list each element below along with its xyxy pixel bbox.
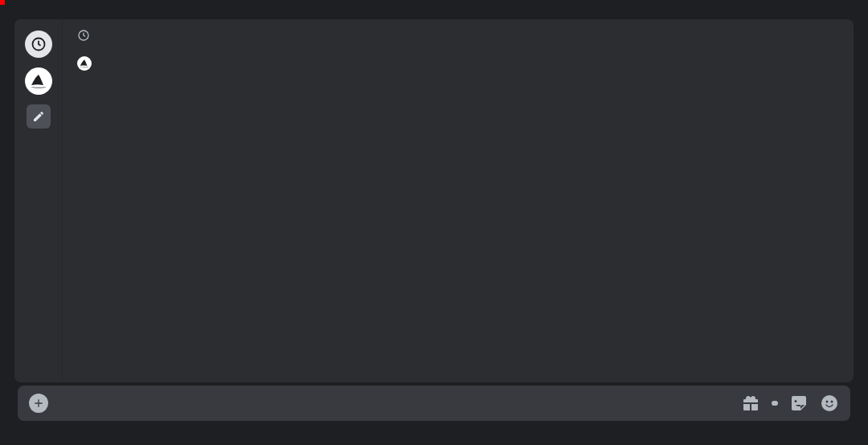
svg-point-2 — [821, 395, 837, 411]
clock-icon — [77, 29, 90, 42]
svg-point-4 — [831, 401, 833, 403]
pencil-icon — [32, 110, 45, 123]
midjourney-icon — [79, 58, 90, 69]
message-input-bar — [18, 386, 850, 421]
input-actions — [741, 394, 839, 413]
clock-icon — [31, 36, 47, 52]
emoji-icon[interactable] — [820, 394, 839, 413]
section-bot-header — [63, 48, 854, 77]
gift-icon[interactable] — [741, 394, 760, 413]
rail-midjourney-button[interactable] — [25, 67, 52, 95]
command-list — [63, 19, 854, 382]
rail-frequent-button[interactable] — [25, 31, 52, 58]
midjourney-mini-avatar — [77, 56, 92, 71]
sticker-icon[interactable] — [789, 394, 809, 413]
command-source-rail — [14, 19, 63, 382]
plus-icon — [32, 397, 45, 410]
attach-button[interactable] — [29, 394, 48, 413]
rail-builtin-button[interactable] — [27, 104, 51, 129]
svg-point-3 — [826, 401, 829, 403]
annotation-highlight — [0, 0, 5, 5]
midjourney-icon — [29, 71, 48, 91]
section-frequent-header — [63, 29, 854, 48]
gif-button[interactable] — [772, 401, 778, 406]
command-autocomplete-popup — [14, 19, 854, 382]
